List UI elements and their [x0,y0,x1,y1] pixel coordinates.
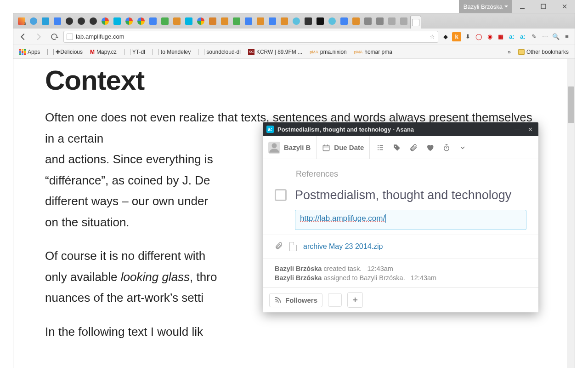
popup-titlebar[interactable]: a: Postmedialism, thought and technology… [263,122,538,136]
tab[interactable] [231,16,242,27]
notes-link[interactable]: http://lab.amplifuge.com/ [300,214,385,223]
bookmarks-overflow[interactable]: » [505,47,514,57]
ext-icon[interactable]: ✎ [529,32,538,41]
tag-icon[interactable] [393,144,401,152]
tab[interactable] [159,16,170,27]
page-icon [67,34,73,40]
nav-forward-button[interactable] [32,30,45,43]
ext-icon[interactable]: ◉ [485,32,494,41]
tab[interactable] [40,16,51,27]
bookmark-star-icon[interactable]: ☆ [430,33,435,40]
address-bar[interactable]: lab.amplifuge.com ☆ [63,31,438,43]
browser-menu-button[interactable]: ≡ [562,32,571,41]
tab[interactable] [52,16,63,27]
tab[interactable] [279,16,290,27]
bookmark-item[interactable]: to Mendeley [150,47,193,57]
activity-item: Bazyli Brzóska assigned to Bazyli Brzósk… [275,274,526,282]
window-minimize-button[interactable] [512,0,533,13]
svg-rect-0 [520,8,525,9]
subtasks-icon[interactable] [376,144,384,152]
task-title[interactable]: Postmedialism, thought and technology [295,187,511,203]
tab[interactable] [243,16,254,27]
attachment-name[interactable]: archive May 23 2014.zip [303,242,383,251]
add-follower-button[interactable]: + [347,292,363,308]
tab[interactable] [171,16,182,27]
tab-active[interactable] [410,16,421,29]
tab[interactable] [351,16,362,27]
tab[interactable] [339,16,350,27]
tab[interactable] [398,16,409,27]
bookmark-item[interactable]: ✚Delicious [45,47,85,57]
attachment-icon[interactable] [409,144,418,152]
tab[interactable] [112,16,123,27]
bookmark-item[interactable]: pMApma.nixion [307,47,350,57]
paperclip-icon [275,242,283,252]
tab[interactable] [255,16,266,27]
bookmark-item[interactable]: YT-dl [121,47,148,57]
tab[interactable] [88,16,99,27]
tab[interactable] [28,16,39,27]
tab[interactable] [327,16,338,27]
tab[interactable] [315,16,326,27]
attachment-row[interactable]: archive May 23 2014.zip [263,235,538,259]
popup-title: Postmedialism, thought and technology - … [277,126,509,133]
stopwatch-icon[interactable] [442,144,451,152]
assignee-button[interactable]: Bazyli B [263,136,317,159]
ext-icon[interactable]: ◆ [441,32,450,41]
ext-icon[interactable]: ⬇ [463,32,472,41]
bookmark-item[interactable]: MMapy.cz [87,47,119,57]
apps-button[interactable]: Apps [17,47,43,57]
page-scrollbar[interactable] [567,59,575,368]
tab[interactable] [147,16,158,27]
popup-close-button[interactable]: ✕ [526,126,535,133]
follower-avatar[interactable] [328,293,342,307]
tab[interactable] [183,16,194,27]
tab[interactable] [124,16,135,27]
scrollbar-thumb[interactable] [568,86,574,123]
svg-rect-2 [323,145,330,150]
tab[interactable] [374,16,385,27]
article-paragraph: In the following text I would lik [45,322,543,343]
heart-icon[interactable] [426,144,434,152]
bookmark-item[interactable]: soundcloud-dl [195,47,243,57]
nav-reload-button[interactable] [48,30,61,43]
task-notes-input[interactable]: http://lab.amplifuge.com/ [295,210,526,230]
window-user-button[interactable]: Bazyli Brzóska [459,0,512,13]
rss-icon [274,296,282,304]
section-label: References [296,169,526,179]
tab[interactable] [291,16,302,27]
bookmark-item[interactable]: KCKCRW | 89.9FM ... [245,47,305,57]
browser-tabstrip[interactable]: 3 [13,13,575,29]
tab[interactable] [100,16,111,27]
tab[interactable] [207,16,218,27]
window-maximize-button[interactable] [533,0,554,13]
chevron-down-icon[interactable] [459,144,466,152]
other-bookmarks-button[interactable]: Other bookmarks [515,47,571,57]
ext-icon[interactable]: ⋯ [540,32,549,41]
ext-icon[interactable]: a: [518,32,527,41]
tab[interactable] [362,16,373,27]
window-close-button[interactable] [554,0,575,13]
window-controls: Bazyli Brzóska [459,0,575,13]
popup-minimize-button[interactable]: — [513,126,522,133]
tab[interactable] [267,16,278,27]
ext-icon[interactable]: 🔍 [551,32,560,41]
ext-icon[interactable]: ◯ [474,32,483,41]
ext-icon[interactable]: a: [507,32,516,41]
tab[interactable] [136,16,147,27]
nav-back-button[interactable] [17,30,29,43]
tab[interactable] [219,16,230,27]
tab[interactable]: 3 [16,16,27,27]
followers-button[interactable]: Followers [269,293,322,307]
browser-toolbar: lab.amplifuge.com ☆ ◆ k ⬇ ◯ ◉ ▦ a: a: ✎ … [13,29,575,45]
tab[interactable] [64,16,75,27]
tab[interactable] [76,16,87,27]
tab[interactable] [195,16,206,27]
due-date-button[interactable]: Due Date [317,136,370,159]
tab[interactable] [303,16,314,27]
bookmark-item[interactable]: pMAhomar pma [351,47,395,57]
ext-icon[interactable]: k [452,32,461,41]
ext-icon[interactable]: ▦ [496,32,505,41]
tab[interactable] [386,16,397,27]
task-checkbox[interactable] [275,189,287,201]
